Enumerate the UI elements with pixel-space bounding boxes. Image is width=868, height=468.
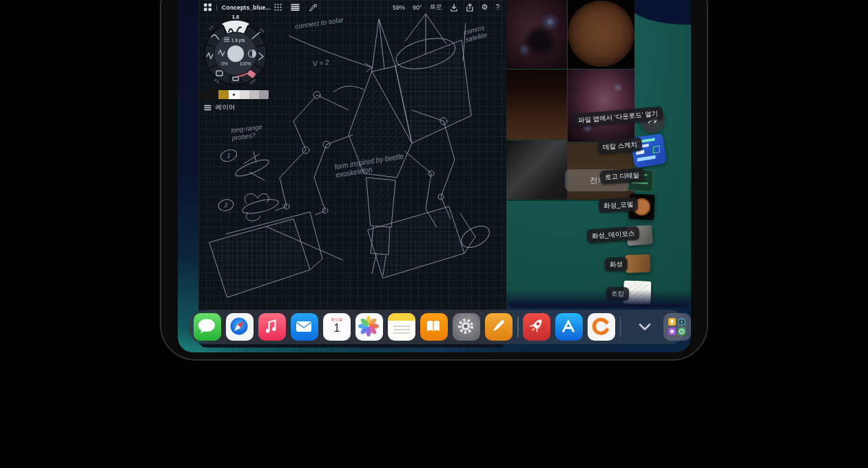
mail-app-icon[interactable] [291, 313, 318, 341]
music-note-icon [258, 313, 285, 339]
drag-badge-assembly: 조립 [606, 287, 629, 301]
open-book-icon [420, 313, 446, 339]
swatch-light-gray[interactable] [240, 90, 249, 99]
zoom-level[interactable]: 59% [393, 4, 405, 11]
pen-icon [485, 313, 511, 339]
opacity-min: 0% [221, 61, 228, 66]
notes-app-icon[interactable] [388, 313, 415, 341]
notes-yellow-band [388, 313, 415, 321]
opacity-max: 100% [240, 61, 251, 66]
stroke-size-value: 1.6 pts [231, 38, 245, 43]
swatch-white-selected[interactable] [229, 90, 239, 99]
wallpaper-corner [630, 0, 691, 25]
drag-badge-mars: 화성 [605, 257, 628, 271]
rotation-value[interactable]: 90° [413, 4, 422, 11]
calendar-day: 1 [334, 322, 340, 334]
tool-wheel[interactable]: 1.6 [201, 11, 270, 88]
chevron-down-icon [638, 323, 652, 331]
swatch-black[interactable] [199, 90, 218, 99]
page: 1 2 connect to solar comms satellite V =… [0, 0, 868, 468]
mini-lightbulb-icon [668, 318, 676, 326]
messages-app-icon[interactable] [194, 313, 221, 341]
help-icon[interactable]: ? [495, 3, 499, 11]
document-title[interactable]: Concepts_blue... [222, 4, 271, 11]
thumb-assembly-sketch[interactable] [623, 280, 651, 304]
dock-separator [620, 317, 621, 337]
app-store-a-icon [555, 313, 581, 339]
dock: 화요일 1 [188, 310, 687, 344]
doodle-marker-2: 2 [223, 202, 227, 209]
photos-app-icon[interactable] [355, 313, 383, 341]
mini-camera-icon [678, 318, 685, 326]
rocket-icon [523, 313, 549, 339]
layers-stack-icon[interactable] [291, 3, 300, 11]
tool-wheel-graphic: 1.6 [201, 11, 270, 88]
swatch-mid-gray[interactable] [249, 90, 259, 99]
hamburger-icon [204, 105, 211, 111]
concepts-app-window: 1 2 connect to solar comms satellite V =… [198, 0, 506, 348]
books-app-icon[interactable] [420, 313, 448, 341]
layers-button[interactable]: 레이어 [204, 103, 236, 112]
dots-grid-icon[interactable] [274, 3, 282, 11]
import-icon[interactable] [450, 3, 458, 12]
pro-badge[interactable]: 프로 [430, 3, 442, 12]
pen-select-icon[interactable] [309, 3, 317, 12]
envelope-icon [291, 313, 317, 339]
orange-c-icon [588, 313, 614, 339]
toolbar-divider [216, 4, 217, 11]
sketch-pen-app-icon[interactable] [485, 313, 513, 341]
concepts-app-icon[interactable] [588, 313, 615, 341]
ipad-screen: 1 2 connect to solar comms satellite V =… [178, 0, 691, 352]
app-grid-icon[interactable] [204, 3, 211, 11]
doodle-marker-1: 1 [227, 152, 230, 159]
active-size-label: 1.6 [231, 14, 240, 20]
mini-star-icon [668, 328, 676, 335]
size-1-3: 1.3 [207, 24, 214, 30]
swatch-gold[interactable] [218, 90, 229, 99]
layers-label: 레이어 [216, 103, 236, 112]
settings-gear-icon[interactable]: ⚙ [482, 3, 488, 11]
calendar-app-icon[interactable]: 화요일 1 [323, 313, 351, 341]
thumb-mars[interactable] [626, 254, 651, 273]
share-export-icon[interactable] [466, 3, 474, 12]
chat-bubble-icon [194, 313, 220, 339]
app-library-icon[interactable] [663, 313, 691, 341]
settings-app-icon[interactable] [453, 313, 480, 341]
compass-icon [226, 313, 252, 339]
app-store-app-icon[interactable] [555, 313, 583, 341]
selected-swatch-dot [233, 94, 235, 96]
mini-clock-icon [678, 328, 685, 335]
photos-drag-panel: 전체 파일 앱에서 ‘다운로드’ 열기 데칼 스케치 로고 디테일 화성_모델 … [506, 0, 691, 308]
gear-icon [453, 313, 479, 339]
safari-app-icon[interactable] [226, 313, 254, 341]
dock-separator [517, 317, 519, 337]
drag-badge-mars-model: 화성_모델 [599, 198, 639, 213]
flower-icon [355, 313, 382, 339]
music-app-icon[interactable] [258, 313, 286, 341]
color-palette-bar [199, 90, 269, 99]
rocket-app-icon[interactable] [523, 313, 550, 341]
swatch-gray[interactable] [259, 90, 269, 99]
dock-collapse-button[interactable] [633, 313, 657, 341]
